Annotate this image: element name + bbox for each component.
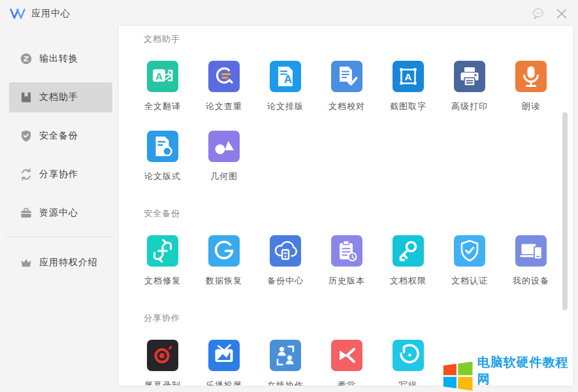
app-grid: A全文翻译论文查重A论文排版文档校对A截图取字高级打印朗读论文版式几何图 bbox=[132, 61, 563, 201]
geometry-icon bbox=[208, 131, 240, 162]
screen-record-icon bbox=[147, 340, 178, 371]
sidebar-item-privileges[interactable]: 应用特权介绍 bbox=[9, 248, 112, 278]
watermark: 电脑软硬件教程网 www.computer26.com bbox=[443, 354, 578, 392]
crown-icon bbox=[20, 256, 33, 269]
briefcase-icon bbox=[20, 206, 33, 220]
printer-icon bbox=[454, 61, 485, 92]
app-label: 论文查重 bbox=[206, 101, 242, 112]
app-label: 乐播投屏 bbox=[206, 380, 242, 385]
app-label: 文档修复 bbox=[144, 275, 181, 287]
plagiarism-check-icon bbox=[208, 61, 240, 92]
app-label: 备份中心 bbox=[267, 275, 304, 287]
history-icon bbox=[331, 235, 362, 267]
app-tile-xiutang[interactable]: 秀堂 bbox=[316, 340, 377, 385]
app-tile-printer[interactable]: 高级打印 bbox=[439, 61, 500, 112]
sidebar-item-2[interactable]: 安全备份 bbox=[9, 121, 112, 151]
app-label: 截图取字 bbox=[390, 101, 426, 112]
app-tile-translate[interactable]: A全文翻译 bbox=[132, 61, 193, 112]
app-tile-microphone[interactable]: 朗读 bbox=[500, 61, 562, 112]
app-label: 数据恢复 bbox=[206, 275, 242, 287]
app-tile-repair[interactable]: 文档修复 bbox=[132, 235, 193, 287]
microphone-icon bbox=[515, 61, 547, 92]
section-title: 分享协作 bbox=[144, 312, 573, 324]
wps-logo-icon bbox=[9, 7, 26, 21]
app-tile-certified-shield[interactable]: 文档认证 bbox=[439, 235, 500, 287]
shield-icon bbox=[20, 129, 33, 142]
app-label: 秀堂 bbox=[338, 380, 356, 385]
app-label: 全文翻译 bbox=[144, 101, 181, 112]
proofread-icon bbox=[331, 61, 362, 92]
app-tile-screen-record[interactable]: 屏幕录制 bbox=[132, 340, 193, 385]
sidebar-item-4[interactable]: 资源中心 bbox=[9, 198, 112, 228]
sidebar-item-label: 文档助手 bbox=[39, 91, 78, 103]
section-title: 文档助手 bbox=[144, 33, 573, 45]
backup-center-icon bbox=[270, 235, 301, 267]
close-icon[interactable] bbox=[554, 7, 569, 21]
section-title: 安全备份 bbox=[144, 208, 573, 220]
sidebar: 输出转换文档助手安全备份分享协作资源中心 应用特权介绍 bbox=[0, 27, 119, 392]
book-icon bbox=[20, 91, 33, 104]
collaborate-icon bbox=[270, 340, 301, 371]
key-icon bbox=[393, 235, 424, 267]
app-label: 朗读 bbox=[522, 101, 540, 112]
app-tile-backup-center[interactable]: 备份中心 bbox=[255, 235, 316, 287]
svg-text:A: A bbox=[405, 71, 412, 82]
windows-flag-icon bbox=[443, 361, 473, 392]
paper-layout-icon bbox=[147, 131, 178, 162]
screenshot-ocr-icon: A bbox=[393, 61, 424, 92]
certified-shield-icon bbox=[454, 235, 485, 267]
app-tile-paper-layout[interactable]: 论文版式 bbox=[132, 131, 193, 182]
app-tile-proofread[interactable]: 文档校对 bbox=[316, 61, 377, 112]
app-tile-devices[interactable]: 我的设备 bbox=[500, 235, 562, 287]
sidebar-item-label: 分享协作 bbox=[39, 169, 78, 180]
vertical-scrollbar-thumb[interactable] bbox=[562, 112, 568, 310]
recovery-icon bbox=[208, 235, 240, 267]
app-tile-recovery[interactable]: 数据恢复 bbox=[193, 235, 255, 287]
app-tile-geometry[interactable]: 几何图 bbox=[193, 131, 255, 182]
app-label: 几何图 bbox=[210, 171, 238, 182]
app-label: 高级打印 bbox=[451, 101, 488, 112]
sidebar-divider bbox=[5, 237, 114, 237]
sidebar-item-label: 输出转换 bbox=[39, 53, 78, 65]
app-tile-paper-typeset[interactable]: A论文排版 bbox=[255, 61, 316, 112]
titlebar: 应用中心 bbox=[0, 0, 578, 27]
app-tile-key[interactable]: 文档权限 bbox=[377, 235, 439, 287]
app-tile-screenshot-ocr[interactable]: A截图取字 bbox=[377, 61, 439, 112]
devices-icon bbox=[515, 235, 547, 267]
app-tile-xiede[interactable]: 写得 bbox=[377, 340, 439, 385]
app-tile-history[interactable]: 历史版本 bbox=[316, 235, 377, 287]
paper-typeset-icon: A bbox=[270, 61, 301, 92]
app-grid: 文档修复数据恢复备份中心历史版本文档权限文档认证我的设备 bbox=[132, 235, 563, 305]
xiede-icon bbox=[393, 340, 424, 371]
app-label: 文档校对 bbox=[329, 101, 365, 112]
window-title: 应用中心 bbox=[31, 8, 71, 20]
app-center-content: 文档助手A全文翻译论文查重A论文排版文档校对A截图取字高级打印朗读论文版式几何图… bbox=[119, 26, 573, 385]
sync-icon bbox=[20, 168, 33, 181]
app-label: 屏幕录制 bbox=[144, 380, 181, 385]
app-label: 文档权限 bbox=[390, 275, 426, 287]
repair-icon bbox=[147, 235, 178, 267]
feedback-bubble-icon[interactable] bbox=[531, 7, 545, 21]
svg-text:A: A bbox=[155, 71, 163, 82]
convert-icon bbox=[20, 52, 33, 65]
app-label: 在线协作 bbox=[267, 380, 304, 385]
app-label: 写得 bbox=[399, 380, 417, 385]
translate-icon: A bbox=[147, 61, 178, 92]
sidebar-item-label: 应用特权介绍 bbox=[39, 257, 98, 269]
app-tile-plagiarism-check[interactable]: 论文查重 bbox=[193, 61, 255, 112]
app-tile-collaborate[interactable]: 在线协作 bbox=[255, 340, 316, 385]
app-tile-screen-cast[interactable]: 乐播投屏 bbox=[193, 340, 255, 385]
app-label: 论文排版 bbox=[267, 101, 304, 112]
sidebar-item-label: 安全备份 bbox=[39, 130, 78, 142]
svg-text:A: A bbox=[284, 73, 292, 86]
watermark-site-name: 电脑软硬件教程网 bbox=[477, 354, 578, 388]
app-label: 我的设备 bbox=[513, 275, 549, 287]
sidebar-item-3[interactable]: 分享协作 bbox=[9, 159, 112, 189]
app-label: 历史版本 bbox=[329, 275, 365, 287]
screen-cast-icon bbox=[208, 340, 240, 371]
sidebar-item-1[interactable]: 文档助手 bbox=[9, 82, 112, 112]
xiutang-icon bbox=[331, 340, 362, 371]
app-label: 论文版式 bbox=[144, 171, 181, 182]
sidebar-item-0[interactable]: 输出转换 bbox=[9, 44, 112, 74]
sidebar-item-label: 资源中心 bbox=[39, 207, 78, 219]
